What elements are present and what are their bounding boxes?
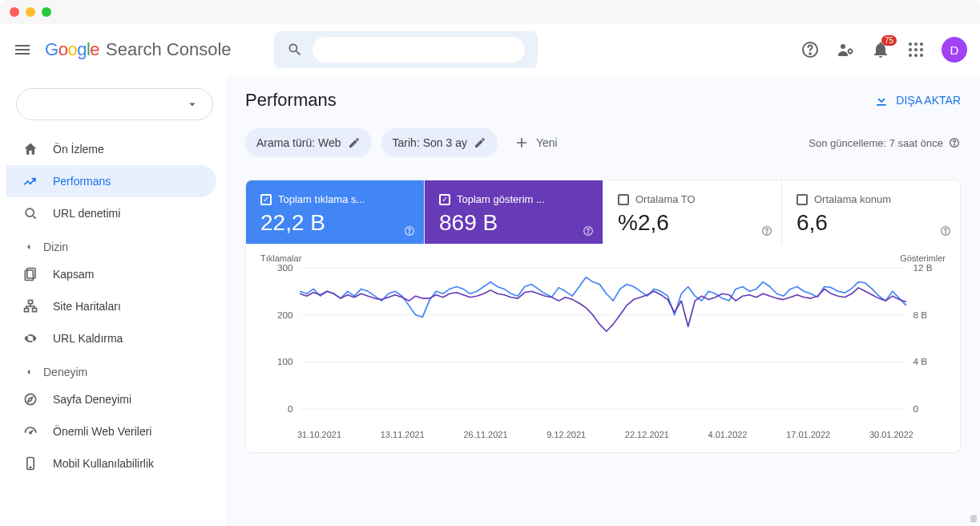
- help-icon[interactable]: [760, 225, 773, 237]
- compass-icon: [22, 391, 38, 407]
- svg-rect-18: [33, 309, 37, 312]
- svg-point-7: [909, 48, 912, 51]
- search-bar[interactable]: [274, 31, 538, 68]
- filter-bar: Arama türü: Web Tarih: Son 3 ay Yeni Son…: [226, 111, 980, 164]
- maximize-dot[interactable]: [42, 7, 51, 17]
- svg-point-32: [946, 233, 946, 233]
- chevron-down-icon: [22, 241, 35, 253]
- home-icon: [22, 141, 38, 157]
- sidebar-item-removals[interactable]: URL Kaldırma: [6, 322, 216, 354]
- svg-text:100: 100: [277, 358, 293, 367]
- help-icon[interactable]: [939, 225, 952, 237]
- sidebar-item-label: URL Kaldırma: [53, 332, 123, 345]
- svg-point-26: [409, 233, 410, 233]
- svg-point-11: [914, 54, 917, 57]
- sidebar-item-core-web-vitals[interactable]: Önemli Web Verileri: [6, 415, 216, 447]
- svg-point-9: [920, 48, 923, 51]
- sidebar-item-label: Kapsam: [53, 268, 94, 281]
- help-icon[interactable]: [582, 225, 595, 237]
- filter-search-type[interactable]: Arama türü: Web: [245, 128, 372, 157]
- sidebar-item-performance[interactable]: Performans: [6, 165, 216, 197]
- filter-add-new[interactable]: Yeni: [507, 135, 564, 151]
- trend-icon: [22, 173, 38, 189]
- sidebar-item-url-inspect[interactable]: URL denetimi: [6, 197, 216, 229]
- search-icon: [287, 42, 303, 58]
- performance-chart[interactable]: 001004 B2008 B30012 B: [260, 263, 946, 423]
- mobile-icon: [22, 455, 38, 471]
- minimize-dot[interactable]: [26, 7, 35, 17]
- svg-point-3: [849, 50, 852, 53]
- sidebar-item-label: URL denetimi: [53, 207, 120, 220]
- checkbox-icon: [618, 194, 629, 205]
- settings-people-icon[interactable]: [836, 40, 855, 59]
- chart-left-axis-title: Tıklamalar: [260, 253, 301, 263]
- edit-icon: [348, 136, 361, 149]
- sidebar-item-overview[interactable]: Ön İzleme: [6, 133, 216, 165]
- sidebar-section-label: Dizin: [43, 241, 68, 253]
- metric-label: Toplam gösterim ...: [457, 193, 545, 205]
- chart-x-axis: 31.10.202113.11.202126.11.20219.12.20212…: [260, 427, 946, 446]
- export-label: DIŞA AKTAR: [896, 94, 961, 107]
- chip-label: Yeni: [536, 136, 558, 149]
- svg-point-2: [841, 44, 845, 49]
- close-dot[interactable]: [10, 7, 19, 17]
- svg-point-1: [809, 53, 811, 55]
- svg-point-20: [30, 432, 31, 434]
- speed-icon: [22, 423, 38, 439]
- help-icon[interactable]: [948, 136, 961, 149]
- sidebar-item-page-experience[interactable]: Sayfa Deneyimi: [6, 383, 216, 415]
- sidebar-section-label: Deneyim: [43, 366, 87, 378]
- sidebar-item-label: Önemli Web Verileri: [53, 425, 151, 438]
- chip-label: Arama türü: Web: [256, 136, 341, 149]
- sidebar-section-experience[interactable]: Deneyim: [6, 354, 226, 383]
- svg-point-28: [588, 233, 589, 233]
- metric-clicks[interactable]: Toplam tıklama s... 22,2 B: [246, 180, 425, 244]
- metric-impressions[interactable]: Toplam gösterim ... 869 B: [425, 180, 603, 244]
- product-logo[interactable]: Google Search Console: [45, 39, 261, 60]
- main-content: Performans DIŞA AKTAR Arama türü: Web Ta…: [226, 75, 980, 526]
- apps-icon[interactable]: [906, 40, 926, 59]
- svg-text:12 B: 12 B: [913, 263, 932, 273]
- export-button[interactable]: DIŞA AKTAR: [873, 92, 961, 108]
- sidebar-item-label: Mobil Kullanılabilirlik: [53, 457, 154, 470]
- svg-rect-16: [29, 301, 33, 304]
- svg-point-30: [767, 233, 768, 233]
- metric-position[interactable]: Ortalama konum 6,6: [782, 180, 960, 244]
- sidebar-item-label: Site Haritaları: [53, 300, 121, 313]
- property-selector[interactable]: [16, 88, 213, 120]
- sitemap-icon: [22, 298, 38, 314]
- sidebar-section-index[interactable]: Dizin: [6, 229, 226, 258]
- notifications-badge: 75: [881, 35, 897, 46]
- svg-point-4: [909, 42, 912, 46]
- checkbox-icon: [260, 194, 272, 205]
- metric-label: Ortalama konum: [814, 193, 891, 205]
- svg-text:0: 0: [288, 404, 293, 414]
- pages-icon: [22, 266, 38, 282]
- help-icon[interactable]: [801, 40, 820, 59]
- sidebar-item-mobile-usability[interactable]: Mobil Kullanılabilirlik: [6, 447, 216, 479]
- scrollbar[interactable]: [226, 515, 980, 526]
- svg-text:4 B: 4 B: [913, 358, 927, 367]
- svg-point-24: [954, 144, 955, 145]
- search-input[interactable]: [313, 37, 525, 63]
- user-avatar[interactable]: D: [942, 37, 967, 63]
- sidebar: Ön İzleme Performans URL denetimi Dizin …: [0, 75, 226, 526]
- sidebar-item-label: Performans: [53, 175, 111, 188]
- sidebar-item-sitemaps[interactable]: Site Haritaları: [6, 290, 216, 322]
- menu-icon[interactable]: [13, 40, 32, 59]
- help-icon[interactable]: [403, 225, 416, 237]
- metric-value: %2,6: [618, 210, 767, 236]
- chip-label: Tarih: Son 3 ay: [393, 136, 467, 149]
- download-icon: [873, 92, 889, 108]
- svg-point-22: [30, 467, 30, 467]
- sidebar-item-coverage[interactable]: Kapsam: [6, 258, 216, 290]
- sidebar-item-label: Sayfa Deneyimi: [53, 393, 131, 406]
- filter-date[interactable]: Tarih: Son 3 ay: [381, 128, 498, 157]
- metric-ctr[interactable]: Ortalama TO %2,6: [603, 180, 782, 244]
- svg-point-5: [914, 42, 917, 46]
- svg-point-8: [914, 48, 917, 51]
- svg-point-12: [920, 54, 923, 57]
- svg-text:0: 0: [913, 404, 918, 414]
- chevron-down-icon: [185, 97, 200, 111]
- notifications-icon[interactable]: 75: [871, 40, 890, 59]
